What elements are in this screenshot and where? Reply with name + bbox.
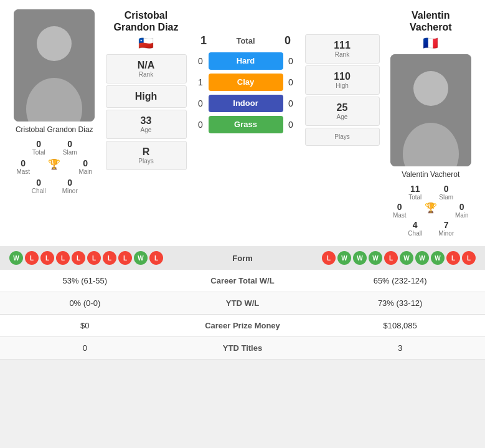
middle-left-stats: CristobalGrandon Diaz 🇨🇱 N/A Rank High 3… <box>103 9 190 237</box>
stat-label: YTD W/L <box>170 292 316 315</box>
form-pill: L <box>118 251 132 265</box>
form-pill: L <box>446 251 460 265</box>
right-rank-box: 111 Rank <box>305 34 380 64</box>
left-player-name: Cristobal Grandon Diaz <box>16 125 93 134</box>
right-player-name: Valentin Vacherot <box>402 170 459 179</box>
stat-left-value: 53% (61-55) <box>0 270 170 292</box>
form-pill: W <box>134 251 148 265</box>
player-left-section: Cristobal Grandon Diaz 0 Total 0 Slam 0 <box>6 9 103 237</box>
stat-label: Career Total W/L <box>170 270 316 292</box>
stat-right-value: $108,085 <box>315 315 485 337</box>
hard-row: 0 Hard 0 <box>193 52 299 70</box>
left-total-stat: 0 Total <box>26 139 52 156</box>
stats-row: $0 Career Prize Money $108,085 <box>0 315 485 337</box>
right-plays-box: Plays <box>305 128 380 146</box>
stats-row: 0% (0-0) YTD W/L 73% (33-12) <box>0 292 485 315</box>
right-header-name: ValentinVacherot <box>410 9 452 33</box>
form-pill: L <box>72 251 85 265</box>
form-pill: L <box>25 251 39 265</box>
left-minor-stat: 0 Minor <box>57 178 83 194</box>
stat-right-value: 65% (232-124) <box>315 270 485 292</box>
stat-label: Career Prize Money <box>170 315 316 337</box>
left-slam-stat: 0 Slam <box>57 139 83 156</box>
form-pill: L <box>87 251 101 265</box>
left-trophy: 🏆 <box>41 158 67 175</box>
form-pill: W <box>353 251 367 265</box>
form-label: Form <box>232 254 253 263</box>
stats-row: 0 YTD Titles 3 <box>0 337 485 360</box>
right-mast-stat: 0 Mast <box>387 202 413 219</box>
left-age-box: 33 Age <box>106 110 187 139</box>
form-pill: L <box>149 251 163 265</box>
stat-left-value: $0 <box>0 315 170 337</box>
left-flag: 🇨🇱 <box>138 36 154 50</box>
grass-button: Grass <box>209 116 283 133</box>
right-flag: 🇫🇷 <box>423 36 438 50</box>
form-pill: W <box>9 251 23 265</box>
stats-table: 53% (61-55) Career Total W/L 65% (232-12… <box>0 270 485 360</box>
right-slam-stat: 0 Slam <box>433 184 459 201</box>
form-pill: W <box>369 251 382 265</box>
svg-point-4 <box>413 71 448 106</box>
stat-left-value: 0% (0-0) <box>0 292 170 315</box>
left-main-stat: 0 Main <box>72 158 98 175</box>
form-pill: L <box>56 251 70 265</box>
form-pill: L <box>462 251 476 265</box>
left-plays-box: R Plays <box>106 141 187 170</box>
left-mast-stat: 0 Mast <box>10 158 36 175</box>
clay-row: 1 Clay 0 <box>193 74 299 91</box>
left-chall-stat: 0 Chall <box>26 178 52 194</box>
right-minor-stat: 7 Minor <box>433 220 459 237</box>
total-row: 1 Total 0 <box>193 34 299 47</box>
right-chall-stat: 4 Chall <box>402 220 428 237</box>
right-mid-stats: 111 Rank 110 High 25 Age Plays <box>302 34 383 237</box>
right-trophy: 🏆 <box>418 202 444 219</box>
form-pill: L <box>322 251 336 265</box>
left-form-pills: WLLLLLLLWL <box>9 251 163 265</box>
form-pill: L <box>40 251 54 265</box>
form-pill: W <box>431 251 445 265</box>
right-player-stats: 11 Total 0 Slam 0 Mast 🏆 <box>383 184 479 237</box>
right-form-pills: LWWWLWWWLL <box>322 251 476 265</box>
stat-left-value: 0 <box>0 337 170 360</box>
left-high-box: High <box>106 85 187 108</box>
right-total-stat: 11 Total <box>402 184 428 201</box>
right-age-box: 25 Age <box>305 97 380 126</box>
player-right-section: ValentinVacherot 🇫🇷 Valentin Vacherot 11… <box>383 9 479 237</box>
form-pill: L <box>384 251 398 265</box>
form-section: WLLLLLLLWL Form LWWWLWWWLL <box>0 246 485 270</box>
form-pill: W <box>415 251 429 265</box>
left-avatar <box>14 9 95 122</box>
left-header-name: CristobalGrandon Diaz <box>113 9 178 33</box>
stat-right-value: 3 <box>315 337 485 360</box>
right-avatar <box>390 54 471 166</box>
hard-button: Hard <box>209 52 283 70</box>
right-main-stat: 0 Main <box>449 202 475 219</box>
form-pill: W <box>337 251 351 265</box>
stat-label: YTD Titles <box>170 337 316 360</box>
form-pill: W <box>400 251 413 265</box>
form-pill: L <box>103 251 116 265</box>
left-rank-box: N/A Rank <box>106 54 187 83</box>
right-high-box: 110 High <box>305 65 380 95</box>
left-player-stats: 0 Total 0 Slam 0 Mast 🏆 <box>6 139 103 194</box>
stats-row: 53% (61-55) Career Total W/L 65% (232-12… <box>0 270 485 292</box>
svg-point-1 <box>37 26 72 61</box>
grass-row: 0 Grass 0 <box>193 116 299 133</box>
clay-button: Clay <box>209 74 283 91</box>
indoor-row: 0 Indoor 0 <box>193 95 299 112</box>
stat-right-value: 73% (33-12) <box>315 292 485 315</box>
center-courts: 1 Total 0 0 Hard 0 1 Clay 0 0 Indoor 0 <box>190 9 302 237</box>
indoor-button: Indoor <box>209 95 283 112</box>
